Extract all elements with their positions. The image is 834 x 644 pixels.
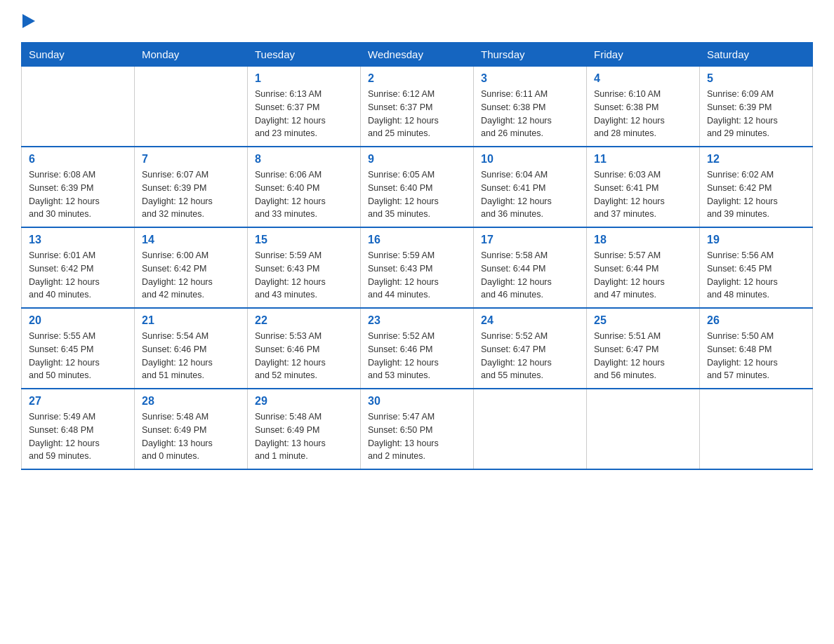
weekday-header-tuesday: Tuesday [248, 43, 361, 67]
day-number: 28 [142, 395, 240, 408]
day-info: Sunrise: 5:58 AMSunset: 6:44 PMDaylight:… [481, 249, 579, 302]
calendar-cell: 2Sunrise: 6:12 AMSunset: 6:37 PMDaylight… [361, 67, 474, 147]
day-info: Sunrise: 6:07 AMSunset: 6:39 PMDaylight:… [142, 168, 240, 221]
day-info: Sunrise: 5:52 AMSunset: 6:47 PMDaylight:… [481, 330, 579, 382]
day-number: 19 [707, 234, 805, 246]
day-number: 2 [368, 72, 466, 85]
day-number: 10 [481, 153, 579, 166]
day-number: 30 [368, 395, 466, 408]
day-number: 22 [255, 314, 353, 327]
day-info: Sunrise: 5:48 AMSunset: 6:49 PMDaylight:… [142, 410, 240, 463]
day-info: Sunrise: 5:54 AMSunset: 6:46 PMDaylight:… [142, 330, 240, 382]
day-number: 23 [368, 314, 466, 327]
day-info: Sunrise: 6:04 AMSunset: 6:41 PMDaylight:… [481, 168, 579, 221]
calendar-cell: 1Sunrise: 6:13 AMSunset: 6:37 PMDaylight… [248, 67, 361, 147]
day-info: Sunrise: 6:12 AMSunset: 6:37 PMDaylight:… [368, 88, 466, 140]
calendar-cell [587, 389, 700, 469]
calendar-cell: 5Sunrise: 6:09 AMSunset: 6:39 PMDaylight… [700, 67, 813, 147]
calendar-cell: 30Sunrise: 5:47 AMSunset: 6:50 PMDayligh… [361, 389, 474, 469]
calendar-cell: 24Sunrise: 5:52 AMSunset: 6:47 PMDayligh… [474, 308, 587, 389]
weekday-header-thursday: Thursday [474, 43, 587, 67]
weekday-header-saturday: Saturday [700, 43, 813, 67]
weekday-header-wednesday: Wednesday [361, 43, 474, 67]
day-number: 27 [29, 395, 127, 408]
day-info: Sunrise: 5:51 AMSunset: 6:47 PMDaylight:… [594, 330, 692, 382]
day-info: Sunrise: 6:01 AMSunset: 6:42 PMDaylight:… [29, 249, 127, 302]
day-info: Sunrise: 5:57 AMSunset: 6:44 PMDaylight:… [594, 249, 692, 302]
logo-triangle-icon [22, 14, 35, 28]
header [21, 14, 813, 31]
calendar-cell: 22Sunrise: 5:53 AMSunset: 6:46 PMDayligh… [248, 308, 361, 389]
day-info: Sunrise: 6:09 AMSunset: 6:39 PMDaylight:… [707, 88, 805, 140]
day-number: 5 [707, 72, 805, 85]
calendar-cell: 23Sunrise: 5:52 AMSunset: 6:46 PMDayligh… [361, 308, 474, 389]
calendar-week-row: 13Sunrise: 6:01 AMSunset: 6:42 PMDayligh… [22, 227, 813, 308]
calendar-cell: 16Sunrise: 5:59 AMSunset: 6:43 PMDayligh… [361, 227, 474, 308]
day-info: Sunrise: 5:59 AMSunset: 6:43 PMDaylight:… [368, 249, 466, 302]
day-number: 20 [29, 314, 127, 327]
day-number: 29 [255, 395, 353, 408]
day-number: 7 [142, 153, 240, 166]
calendar-cell: 11Sunrise: 6:03 AMSunset: 6:41 PMDayligh… [587, 147, 700, 227]
day-number: 1 [255, 72, 353, 85]
day-info: Sunrise: 5:55 AMSunset: 6:45 PMDaylight:… [29, 330, 127, 382]
day-info: Sunrise: 6:06 AMSunset: 6:40 PMDaylight:… [255, 168, 353, 221]
day-info: Sunrise: 5:56 AMSunset: 6:45 PMDaylight:… [707, 249, 805, 302]
day-info: Sunrise: 6:08 AMSunset: 6:39 PMDaylight:… [29, 168, 127, 221]
calendar-cell [700, 389, 813, 469]
day-number: 4 [594, 72, 692, 85]
calendar-cell: 3Sunrise: 6:11 AMSunset: 6:38 PMDaylight… [474, 67, 587, 147]
day-number: 25 [594, 314, 692, 327]
day-info: Sunrise: 5:47 AMSunset: 6:50 PMDaylight:… [368, 410, 466, 463]
calendar-cell: 29Sunrise: 5:48 AMSunset: 6:49 PMDayligh… [248, 389, 361, 469]
day-info: Sunrise: 5:48 AMSunset: 6:49 PMDaylight:… [255, 410, 353, 463]
calendar-week-row: 1Sunrise: 6:13 AMSunset: 6:37 PMDaylight… [22, 67, 813, 147]
logo [21, 14, 35, 31]
day-number: 15 [255, 234, 353, 246]
day-number: 17 [481, 234, 579, 246]
calendar-cell [22, 67, 135, 147]
weekday-header-sunday: Sunday [22, 43, 135, 67]
calendar-cell: 10Sunrise: 6:04 AMSunset: 6:41 PMDayligh… [474, 147, 587, 227]
day-info: Sunrise: 6:13 AMSunset: 6:37 PMDaylight:… [255, 88, 353, 140]
calendar-cell: 20Sunrise: 5:55 AMSunset: 6:45 PMDayligh… [22, 308, 135, 389]
day-info: Sunrise: 5:59 AMSunset: 6:43 PMDaylight:… [255, 249, 353, 302]
day-number: 26 [707, 314, 805, 327]
calendar-week-row: 6Sunrise: 6:08 AMSunset: 6:39 PMDaylight… [22, 147, 813, 227]
day-number: 9 [368, 153, 466, 166]
day-number: 18 [594, 234, 692, 246]
day-number: 24 [481, 314, 579, 327]
day-number: 13 [29, 234, 127, 246]
day-number: 14 [142, 234, 240, 246]
calendar-cell [135, 67, 248, 147]
day-number: 12 [707, 153, 805, 166]
day-info: Sunrise: 5:53 AMSunset: 6:46 PMDaylight:… [255, 330, 353, 382]
day-number: 16 [368, 234, 466, 246]
calendar-cell: 8Sunrise: 6:06 AMSunset: 6:40 PMDaylight… [248, 147, 361, 227]
day-info: Sunrise: 5:49 AMSunset: 6:48 PMDaylight:… [29, 410, 127, 463]
calendar-cell: 17Sunrise: 5:58 AMSunset: 6:44 PMDayligh… [474, 227, 587, 308]
day-info: Sunrise: 6:03 AMSunset: 6:41 PMDaylight:… [594, 168, 692, 221]
day-info: Sunrise: 6:05 AMSunset: 6:40 PMDaylight:… [368, 168, 466, 221]
calendar-cell: 27Sunrise: 5:49 AMSunset: 6:48 PMDayligh… [22, 389, 135, 469]
calendar-cell: 15Sunrise: 5:59 AMSunset: 6:43 PMDayligh… [248, 227, 361, 308]
weekday-header-friday: Friday [587, 43, 700, 67]
calendar-cell: 4Sunrise: 6:10 AMSunset: 6:38 PMDaylight… [587, 67, 700, 147]
calendar-cell: 9Sunrise: 6:05 AMSunset: 6:40 PMDaylight… [361, 147, 474, 227]
calendar-week-row: 20Sunrise: 5:55 AMSunset: 6:45 PMDayligh… [22, 308, 813, 389]
calendar-cell [474, 389, 587, 469]
day-number: 21 [142, 314, 240, 327]
day-number: 8 [255, 153, 353, 166]
logo-icon [21, 14, 35, 31]
calendar-cell: 26Sunrise: 5:50 AMSunset: 6:48 PMDayligh… [700, 308, 813, 389]
calendar: SundayMondayTuesdayWednesdayThursdayFrid… [21, 42, 813, 470]
calendar-cell: 18Sunrise: 5:57 AMSunset: 6:44 PMDayligh… [587, 227, 700, 308]
day-info: Sunrise: 5:52 AMSunset: 6:46 PMDaylight:… [368, 330, 466, 382]
day-info: Sunrise: 6:00 AMSunset: 6:42 PMDaylight:… [142, 249, 240, 302]
calendar-cell: 12Sunrise: 6:02 AMSunset: 6:42 PMDayligh… [700, 147, 813, 227]
calendar-cell: 14Sunrise: 6:00 AMSunset: 6:42 PMDayligh… [135, 227, 248, 308]
calendar-cell: 21Sunrise: 5:54 AMSunset: 6:46 PMDayligh… [135, 308, 248, 389]
weekday-header-monday: Monday [135, 43, 248, 67]
calendar-cell: 19Sunrise: 5:56 AMSunset: 6:45 PMDayligh… [700, 227, 813, 308]
calendar-cell: 7Sunrise: 6:07 AMSunset: 6:39 PMDaylight… [135, 147, 248, 227]
